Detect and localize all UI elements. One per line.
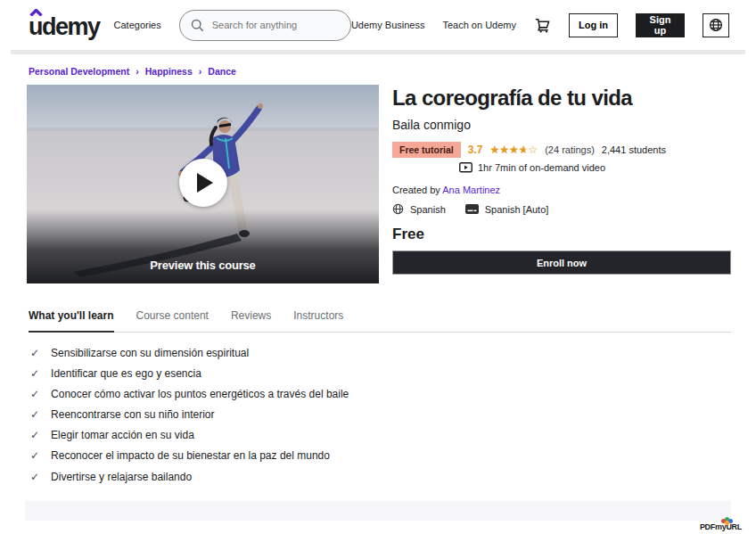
breadcrumb-separator-icon: › [199,66,202,77]
learn-item-text: Conocer cómo activar los puntos energéti… [51,389,349,400]
check-icon: ✓ [30,389,39,400]
stars-fill: ★★★★★ [489,144,525,155]
list-item: ✓ Reconocer el impacto de su bienestar e… [30,450,731,462]
learn-item-text: Sensibilizarse con su dimensión espiritu… [51,348,249,359]
learn-item-text: Divertirse y relajarse bailando [51,472,192,483]
list-item: ✓ Reencontrarse con su niño interior [30,409,731,421]
footer-bar [25,501,731,521]
pdfmyurl-watermark[interactable]: PDFmyURL [700,522,742,531]
course-title: La coreografía de tu vida [392,86,731,110]
play-icon [197,173,213,193]
list-item: ✓ Divertirse y relajarse bailando [30,472,731,483]
breadcrumb-personal-development[interactable]: Personal Development [29,66,129,77]
cart-button[interactable] [534,17,551,34]
check-icon: ✓ [30,450,39,462]
closed-captions-icon [465,204,479,214]
list-item: ✓ Sensibilizarse con su dimensión espiri… [30,348,731,359]
language-selector-button[interactable] [703,13,729,37]
duration-text: 1hr 7min of on-demand video [478,162,605,173]
course-info-panel: La coreografía de tu vida Baila conmigo … [379,85,731,283]
check-icon: ✓ [30,409,39,421]
breadcrumb: Personal Development › Happiness › Dance [29,66,756,77]
instructor-link[interactable]: Ana Martinez [442,185,500,195]
udemy-business-link[interactable]: Udemy Business [351,20,425,30]
udemy-logo-caret-icon [29,9,43,16]
rating-row: Free tutorial 3.7 ☆☆☆☆☆ ★★★★★ (24 rating… [392,142,731,158]
free-tutorial-badge: Free tutorial [392,142,461,158]
star-rating-icon: ☆☆☆☆☆ ★★★★★ [489,144,538,155]
enroll-now-button[interactable]: Enroll now [392,251,731,275]
learn-objectives-list: ✓ Sensibilizarse con su dimensión espiri… [30,348,731,482]
duration-row: 1hr 7min of on-demand video [459,162,731,173]
tab-course-content[interactable]: Course content [136,302,209,332]
signup-button[interactable]: Sign up [636,13,685,37]
language-row: Spanish Spanish [Auto] [392,203,731,215]
course-hero: Preview this course La coreografía de tu… [27,85,731,283]
header-actions: Udemy Business Teach on Udemy Log in Sig… [351,13,729,37]
learn-item-text: Identificar que es ego y esencia [51,368,201,380]
learn-item-text: Reconocer el impacto de su bienestar en … [51,450,330,462]
tab-instructors[interactable]: Instructors [293,302,343,332]
breadcrumb-happiness[interactable]: Happiness [145,66,193,77]
video-icon [459,162,472,173]
header-divider [11,50,745,54]
udemy-logo-text: udemy [29,13,100,40]
ratings-count-link[interactable]: (24 ratings) [545,144,595,155]
categories-menu[interactable]: Categories [114,20,161,30]
learn-item-text: Elegir tomar acción en su vida [51,430,194,441]
price-label: Free [392,226,731,243]
course-preview-video[interactable]: Preview this course [27,85,379,283]
created-by-label: Created by [392,185,440,195]
login-button[interactable]: Log in [569,13,618,37]
list-item: ✓ Identificar que es ego y esencia [30,368,731,380]
language-text: Spanish [410,204,446,215]
course-subtitle: Baila conmigo [392,118,731,132]
list-item: ✓ Conocer cómo activar los puntos energé… [30,389,731,400]
udemy-logo[interactable]: udemy [29,12,100,39]
created-by-row: Created by Ana Martinez [392,185,731,195]
check-icon: ✓ [30,472,39,483]
globe-icon [709,18,723,32]
list-item: ✓ Elegir tomar acción en su vida [30,430,731,441]
preview-course-label: Preview this course [27,259,379,272]
students-count: 2,441 students [602,144,666,155]
cart-icon [534,17,551,34]
top-navbar: udemy Categories Udemy Business Teach on… [0,0,756,50]
check-icon: ✓ [30,368,39,380]
tab-what-youll-learn[interactable]: What you'll learn [29,302,114,333]
pdfmyurl-logo-icon [721,517,734,525]
breadcrumb-separator-icon: › [136,66,139,77]
search-icon [191,19,204,32]
language-globe-icon [392,203,404,215]
udemy-course-page: udemy Categories Udemy Business Teach on… [0,0,756,534]
breadcrumb-dance[interactable]: Dance [208,66,236,77]
search-input[interactable] [212,20,340,30]
check-icon: ✓ [30,430,39,441]
play-button[interactable] [179,159,227,207]
captions-text: Spanish [Auto] [485,204,549,215]
learn-item-text: Reencontrarse con su niño interior [51,409,214,421]
rating-value: 3.7 [468,144,483,156]
tab-reviews[interactable]: Reviews [231,302,271,332]
course-tabs: What you'll learn Course content Reviews… [29,302,731,333]
search-bar[interactable] [179,10,351,41]
check-icon: ✓ [30,348,39,359]
teach-on-udemy-link[interactable]: Teach on Udemy [442,20,516,30]
